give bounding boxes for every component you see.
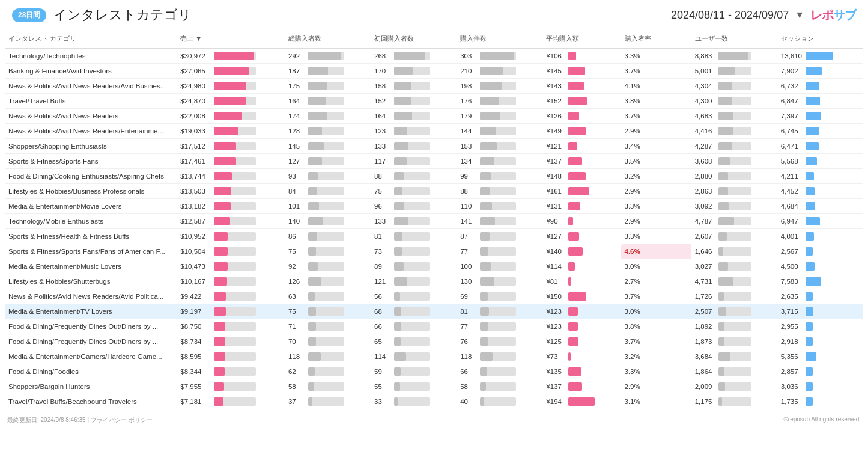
new-buyers-cell: 66 (371, 319, 457, 334)
category-cell: News & Politics/Avid News Readers/Avid B… (5, 79, 177, 94)
category-cell: Media & Entertainment/Music Lovers (5, 259, 177, 274)
users-cell: 3,684 (691, 349, 777, 364)
logo: レポサブ (810, 7, 856, 23)
rate-cell: 3.7% (621, 289, 691, 304)
header-right: 2024/08/11 - 2024/09/07 ▼ レポサブ (671, 7, 856, 23)
sales-cell: $7,181 (177, 394, 285, 409)
avg-price-cell: ¥140 (542, 244, 621, 259)
category-cell: Food & Dining/Foodies (5, 364, 177, 379)
orders-cell: 176 (457, 94, 542, 109)
new-buyers-cell: 170 (371, 64, 457, 79)
table-row: Lifestyles & Hobbies/Business Profession… (5, 184, 863, 199)
buyers-cell: 58 (285, 379, 371, 394)
rate-cell: 3.2% (621, 169, 691, 184)
avg-price-cell: ¥149 (542, 124, 621, 139)
avg-price-cell: ¥81 (542, 274, 621, 289)
sessions-cell: 13,610 (777, 49, 863, 64)
orders-cell: 40 (457, 394, 542, 409)
sales-cell: $8,595 (177, 349, 285, 364)
buyers-cell: 140 (285, 214, 371, 229)
users-cell: 1,726 (691, 289, 777, 304)
rate-cell: 3.5% (621, 154, 691, 169)
page-title: インタレストカテゴリ (53, 6, 192, 24)
orders-cell: 76 (457, 334, 542, 349)
users-cell: 4,304 (691, 79, 777, 94)
users-cell: 2,507 (691, 304, 777, 319)
buyers-cell: 118 (285, 349, 371, 364)
sales-cell: $19,033 (177, 124, 285, 139)
sales-cell: $10,504 (177, 244, 285, 259)
users-cell: 1,873 (691, 334, 777, 349)
category-cell: Shoppers/Shopping Enthusiasts (5, 139, 177, 154)
category-cell: News & Politics/Avid News Readers/Avid P… (5, 289, 177, 304)
sessions-cell: 7,583 (777, 274, 863, 289)
sessions-cell: 2,918 (777, 334, 863, 349)
rate-cell: 3.7% (621, 334, 691, 349)
sales-cell: $12,587 (177, 214, 285, 229)
col-header-sales[interactable]: 売上 ▼ (177, 29, 285, 49)
col-header-sessions: セッション (777, 29, 863, 49)
sales-cell: $13,744 (177, 169, 285, 184)
new-buyers-cell: 89 (371, 259, 457, 274)
rate-cell: 3.3% (621, 199, 691, 214)
category-cell: Shoppers/Bargain Hunters (5, 379, 177, 394)
users-cell: 8,883 (691, 49, 777, 64)
buyers-cell: 62 (285, 364, 371, 379)
buyers-cell: 101 (285, 199, 371, 214)
new-buyers-cell: 81 (371, 229, 457, 244)
orders-cell: 110 (457, 199, 542, 214)
table-row: Sports & Fitness/Sports Fans/Fans of Ame… (5, 244, 863, 259)
orders-cell: 77 (457, 244, 542, 259)
rate-cell: 3.4% (621, 139, 691, 154)
sessions-cell: 2,635 (777, 289, 863, 304)
col-header-category: インタレスト カテゴリ (5, 29, 177, 49)
table-row: News & Politics/Avid News Readers/Entert… (5, 124, 863, 139)
orders-cell: 130 (457, 274, 542, 289)
rate-cell: 3.7% (621, 64, 691, 79)
last-updated: 最終更新日: 2024/9/8 8:46:35 (7, 417, 86, 423)
new-buyers-cell: 133 (371, 214, 457, 229)
orders-cell: 81 (457, 304, 542, 319)
rate-cell: 3.1% (621, 394, 691, 409)
table-row: Sports & Fitness/Sports Fans $17,461 127… (5, 154, 863, 169)
users-cell: 2,863 (691, 184, 777, 199)
sessions-cell: 3,715 (777, 304, 863, 319)
users-cell: 4,731 (691, 274, 777, 289)
sales-cell: $10,167 (177, 274, 285, 289)
date-dropdown-icon[interactable]: ▼ (795, 10, 804, 20)
table-row: Media & Entertainment/Movie Lovers $13,1… (5, 199, 863, 214)
buyers-cell: 92 (285, 259, 371, 274)
rate-cell: 2.9% (621, 379, 691, 394)
avg-price-cell: ¥137 (542, 154, 621, 169)
users-cell: 1,864 (691, 364, 777, 379)
category-cell: News & Politics/Avid News Readers/Entert… (5, 124, 177, 139)
col-header-avg: 平均購入額 (542, 29, 621, 49)
avg-price-cell: ¥73 (542, 349, 621, 364)
buyers-cell: 145 (285, 139, 371, 154)
new-buyers-cell: 75 (371, 184, 457, 199)
table-row: News & Politics/Avid News Readers/Avid B… (5, 79, 863, 94)
privacy-link[interactable]: プライバシー ポリシー (91, 417, 153, 423)
orders-cell: 118 (457, 349, 542, 364)
sales-cell: $13,503 (177, 184, 285, 199)
buyers-cell: 93 (285, 169, 371, 184)
users-cell: 3,608 (691, 154, 777, 169)
table-row: Shoppers/Shopping Enthusiasts $17,512 14… (5, 139, 863, 154)
sessions-cell: 1,735 (777, 394, 863, 409)
sessions-cell: 6,947 (777, 214, 863, 229)
buyers-cell: 127 (285, 154, 371, 169)
category-cell: Travel/Travel Buffs (5, 94, 177, 109)
buyers-cell: 63 (285, 289, 371, 304)
orders-cell: 141 (457, 214, 542, 229)
rate-cell: 3.3% (621, 49, 691, 64)
users-cell: 5,001 (691, 64, 777, 79)
orders-cell: 134 (457, 154, 542, 169)
buyers-cell: 126 (285, 274, 371, 289)
category-cell: Food & Dining/Frequently Dines Out/Diner… (5, 334, 177, 349)
rate-cell: 3.0% (621, 259, 691, 274)
orders-cell: 179 (457, 109, 542, 124)
avg-price-cell: ¥137 (542, 379, 621, 394)
interest-category-table: インタレスト カテゴリ 売上 ▼ 総購入者数 初回購入者数 購入件数 平均購入額… (5, 29, 863, 409)
buyers-cell: 84 (285, 184, 371, 199)
date-range: 2024/08/11 - 2024/09/07 (671, 9, 789, 22)
